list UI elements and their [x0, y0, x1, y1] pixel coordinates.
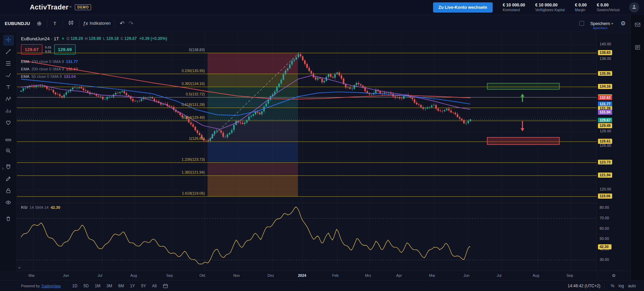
chart-type-candles-icon[interactable]: [66, 19, 76, 28]
news-icon[interactable]: [635, 44, 641, 52]
range-1y-button[interactable]: 1Y: [127, 282, 138, 290]
clock-label[interactable]: 14:46:42 (UTC+2): [568, 284, 600, 288]
symbol-legend-row: EuBundJun24 · 1T O129.29H129.69L129.18C1…: [21, 36, 167, 42]
fib-retracement-tool-button[interactable]: [3, 59, 14, 69]
time-axis-label[interactable]: Aug: [533, 273, 539, 277]
range-1m-button[interactable]: 1M: [92, 282, 103, 290]
indicator-legend-row[interactable]: EMA200 close 0 SMA 9132.63: [21, 65, 167, 73]
zoom-in-tool-button[interactable]: [3, 146, 14, 157]
indicator-legend-row[interactable]: EMA100 close 0 SMA 9131.77: [21, 58, 167, 65]
range-5d-button[interactable]: 5D: [81, 282, 91, 290]
percent-scale-button[interactable]: %: [609, 283, 617, 289]
time-axis-label[interactable]: Okt: [199, 273, 205, 277]
account-stat: € 10 000.00Kontostand: [503, 3, 525, 12]
go-to-date-icon[interactable]: [163, 283, 168, 289]
time-axis-label[interactable]: Aug: [130, 273, 137, 277]
range-1d-button[interactable]: 1D: [69, 282, 80, 290]
add-symbol-icon[interactable]: ⊕: [35, 19, 44, 28]
ema50-price-label: 131.04: [598, 110, 612, 115]
save-layout-button[interactable]: Speichern: [590, 21, 610, 26]
log-scale-button[interactable]: log: [617, 283, 626, 289]
range-6m-button[interactable]: 6M: [115, 282, 127, 290]
brush-tool-button[interactable]: [3, 70, 14, 81]
axis-settings-gear-icon[interactable]: ⚙: [597, 271, 630, 280]
time-axis-label[interactable]: Apr: [396, 273, 402, 277]
symbol-title[interactable]: EuBundJun24 · 1T: [21, 36, 59, 41]
collapse-chevrons-icon[interactable]: «: [18, 265, 21, 270]
rsi-tick-label: 60.00: [600, 226, 609, 230]
time-axis-label[interactable]: Sep: [166, 273, 173, 277]
indicator-legend-row[interactable]: EMA50 close 0 SMA 9131.04: [21, 73, 167, 80]
stat-value: € 0.00: [597, 3, 620, 7]
time-axis-label[interactable]: Mrz: [365, 273, 371, 277]
xabcd-pattern-icon: [5, 96, 12, 103]
lock-drawings-icon: [5, 187, 12, 195]
buy-price-button[interactable]: 129.69: [54, 44, 76, 54]
time-axis-label[interactable]: Mai: [28, 273, 35, 277]
logo-trademark: ™: [69, 6, 71, 9]
xabcd-pattern-tool-button[interactable]: [3, 94, 14, 105]
avatar[interactable]: [629, 2, 639, 13]
rsi-legend-row[interactable]: RSI 14 SMA 14 42.30: [21, 205, 60, 209]
fib-price-label: 138.83: [598, 50, 612, 55]
brush-icon: [5, 72, 12, 80]
emoji-tool-button[interactable]: [3, 118, 14, 129]
auto-scale-button[interactable]: auto: [626, 283, 638, 289]
time-axis-label[interactable]: Jun: [63, 273, 69, 277]
redo-icon[interactable]: ↷: [127, 19, 135, 28]
time-axis-label[interactable]: Sep: [566, 273, 573, 277]
range-buttons: 1D5D1M3M6M1Y5YAll: [69, 282, 159, 290]
spread-values: 0.02 0.01: [42, 44, 54, 54]
tradingview-link[interactable]: TradingView: [41, 284, 61, 288]
mail-icon[interactable]: [635, 22, 641, 29]
price-axis[interactable]: 140.00138.00128.00126.00120.0080.0070.00…: [597, 32, 630, 271]
indicators-label: Indikatoren: [90, 21, 111, 26]
forecast-tool-button[interactable]: [3, 106, 14, 117]
text-tool-tool-button[interactable]: [3, 82, 14, 93]
time-axis-label[interactable]: 2024: [298, 273, 306, 277]
time-axis-label[interactable]: Mai: [429, 273, 435, 277]
time-axis-label[interactable]: Jul: [98, 273, 102, 277]
hide-drawings-tool-button[interactable]: [3, 198, 14, 208]
layout-checkbox[interactable]: [579, 21, 584, 26]
indicator-params: 200 close 0 SMA 9: [31, 67, 64, 71]
undo-icon[interactable]: ↶: [118, 19, 127, 28]
bottom-bar: Powered by TradingView 1D5D1M3M6M1Y5YAll…: [0, 280, 644, 291]
time-axis-label[interactable]: Jun: [464, 273, 470, 277]
spread-top: 0.02: [45, 45, 51, 49]
forecast-icon: [5, 108, 12, 115]
fib-price-label: 123.73: [598, 160, 612, 165]
settings-gear-icon[interactable]: ⚙: [619, 19, 628, 28]
crosshair-tool-button[interactable]: [3, 35, 14, 46]
time-axis-label[interactable]: Jul: [497, 273, 501, 277]
trend-line-tool-button[interactable]: [3, 47, 14, 58]
range-3m-button[interactable]: 3M: [104, 282, 115, 290]
ema200-price-label: 132.63: [598, 95, 612, 100]
crosshair-icon: [5, 37, 12, 44]
chart-toolbar: EUBUNDJU ⊕ T ƒx Indikatoren ↶ ↷ Speicher…: [0, 15, 644, 32]
chevron-down-icon[interactable]: ▾: [611, 22, 613, 25]
range-5y-button[interactable]: 5Y: [138, 282, 149, 290]
rsi-tick-label: 70.00: [600, 216, 609, 220]
lock-drawings-tool-button[interactable]: [3, 186, 14, 197]
time-axis-label[interactable]: Dez: [267, 273, 274, 277]
spread-bottom: 0.01: [45, 49, 51, 53]
fib-price-label: 134.16: [598, 84, 612, 89]
indicators-button[interactable]: ƒx Indikatoren: [83, 21, 111, 26]
time-axis[interactable]: MaiJunJulAugSepOktNovDez2024FebMrzAprMai…: [17, 271, 597, 280]
measure-tool-button[interactable]: [3, 134, 14, 145]
ohlc-key: H: [85, 37, 88, 41]
switch-to-live-button[interactable]: Zu Live-Konto wechseln: [433, 2, 493, 13]
range-all-button[interactable]: All: [149, 282, 159, 290]
symbol-name[interactable]: EUBUNDJU: [5, 21, 30, 26]
time-axis-label[interactable]: Feb: [332, 273, 339, 277]
remove-drawings-tool-button[interactable]: [3, 214, 14, 225]
rail-expander-chevron-icon[interactable]: ›: [1, 164, 5, 172]
chart-area[interactable]: EuBundJun24 · 1T O129.29H129.69L129.18C1…: [17, 32, 597, 271]
time-axis-label[interactable]: Nov: [233, 273, 240, 277]
ema100-price-label: 131.77: [598, 102, 612, 107]
sell-price-button[interactable]: 129.67: [21, 44, 42, 54]
ohlc-value: 129.69: [89, 36, 101, 41]
interval-button[interactable]: T: [51, 20, 59, 27]
drawing-tool-button[interactable]: [3, 174, 14, 185]
